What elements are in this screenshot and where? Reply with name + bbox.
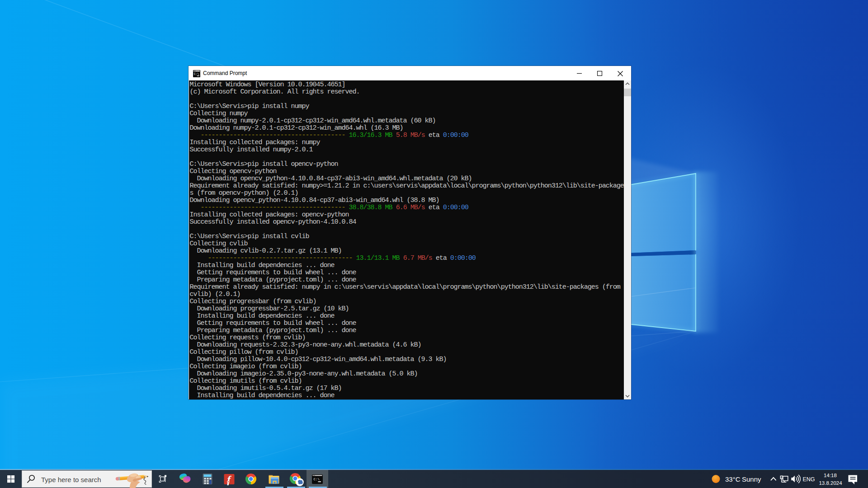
svg-text:14:18: 14:18 [824,473,837,478]
svg-text:33°C: 33°C [725,475,741,483]
svg-text:C:\: C:\ [314,478,320,481]
svg-text:13.8.2024: 13.8.2024 [819,480,842,486]
svg-text:C:\: C:\ [194,73,199,76]
svg-text:Sunny: Sunny [742,475,761,483]
svg-text:ENG: ENG [802,476,815,483]
